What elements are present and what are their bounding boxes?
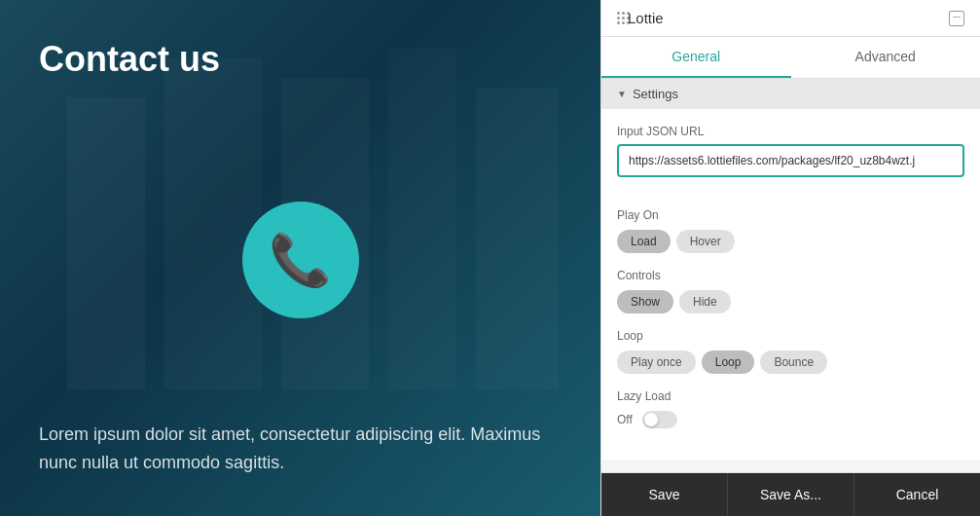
json-url-input[interactable]	[617, 144, 964, 177]
controls-label: Controls	[617, 269, 964, 282]
play-on-load-button[interactable]: Load	[617, 230, 671, 253]
settings-body: Input JSON URL Play On Load Hover Contro…	[601, 109, 980, 460]
loop-loop-button[interactable]: Loop	[702, 350, 755, 374]
preview-area: Contact us 📞 Lorem ipsum dolor sit amet,…	[0, 0, 600, 516]
contact-title: Contact us	[39, 39, 562, 80]
phone-icon: 📞	[269, 231, 332, 290]
loop-field: Loop Play once Loop Bounce	[617, 329, 964, 374]
drag-icon	[617, 12, 620, 24]
tab-general[interactable]: General	[601, 37, 791, 78]
play-on-btn-group: Load Hover	[617, 230, 964, 253]
minimize-button[interactable]	[949, 11, 964, 26]
controls-btn-group: Show Hide	[617, 290, 964, 313]
chevron-icon: ▼	[617, 89, 627, 99]
controls-field: Controls Show Hide	[617, 269, 964, 313]
loop-bounce-button[interactable]: Bounce	[760, 350, 827, 374]
phone-circle: 📞	[242, 202, 359, 318]
panel-title: Lottie	[628, 10, 664, 26]
phone-circle-container: 📞	[39, 99, 562, 421]
save-as-button[interactable]: Save As...	[728, 473, 854, 516]
tab-advanced[interactable]: Advanced	[791, 37, 981, 78]
play-on-label: Play On	[617, 208, 964, 222]
lorem-text: Lorem ipsum dolor sit amet, consectetur …	[39, 421, 562, 477]
controls-hide-button[interactable]: Hide	[679, 290, 731, 313]
play-on-hover-button[interactable]: Hover	[676, 230, 735, 253]
lazy-load-row: Off	[617, 411, 964, 428]
settings-content: ▼ Settings Input JSON URL Play On Load H…	[601, 79, 980, 472]
lazy-load-field: Lazy Load Off	[617, 389, 964, 428]
panel-header-left: Lottie	[617, 10, 664, 26]
section-header[interactable]: ▼ Settings	[601, 79, 980, 109]
loop-label: Loop	[617, 329, 964, 343]
panel-header: Lottie	[601, 0, 980, 37]
footer-buttons: Save Save As... Cancel	[601, 472, 980, 516]
lazy-load-off-label: Off	[617, 413, 633, 426]
save-button[interactable]: Save	[601, 473, 728, 516]
lazy-load-toggle[interactable]	[642, 411, 677, 428]
loop-btn-group: Play once Loop Bounce	[617, 350, 964, 374]
json-url-label: Input JSON URL	[617, 125, 964, 138]
cancel-button[interactable]: Cancel	[854, 473, 980, 516]
settings-panel: Lottie General Advanced ▼ Settings Input…	[600, 0, 980, 516]
tabs-row: General Advanced	[601, 37, 980, 79]
json-url-field: Input JSON URL	[617, 125, 964, 193]
section-label: Settings	[633, 87, 678, 101]
lazy-load-label: Lazy Load	[617, 389, 964, 403]
controls-show-button[interactable]: Show	[617, 290, 673, 313]
play-on-field: Play On Load Hover	[617, 208, 964, 253]
loop-play-once-button[interactable]: Play once	[617, 350, 696, 374]
